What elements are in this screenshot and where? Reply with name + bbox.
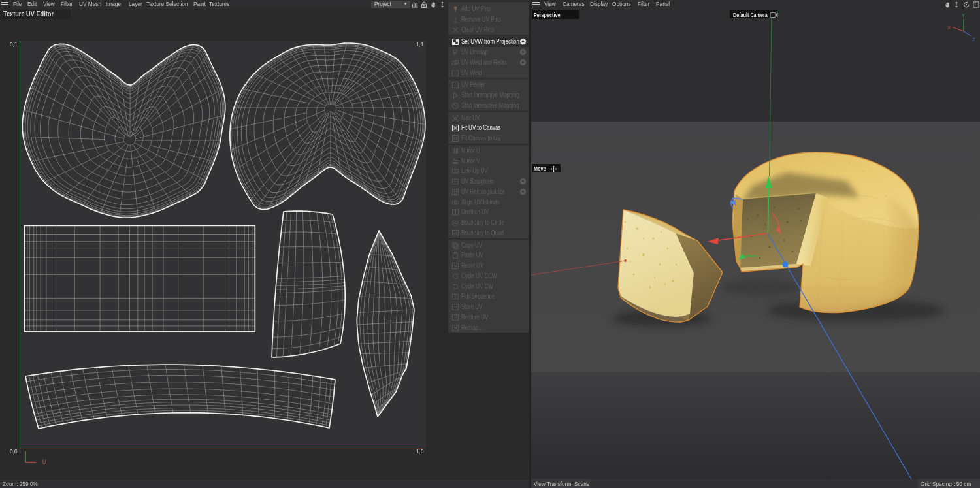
svg-text:Z: Z [972,37,975,42]
svg-text:Y: Y [962,12,965,18]
svg-text:X: X [947,25,951,31]
svg-text:U: U [42,459,46,466]
